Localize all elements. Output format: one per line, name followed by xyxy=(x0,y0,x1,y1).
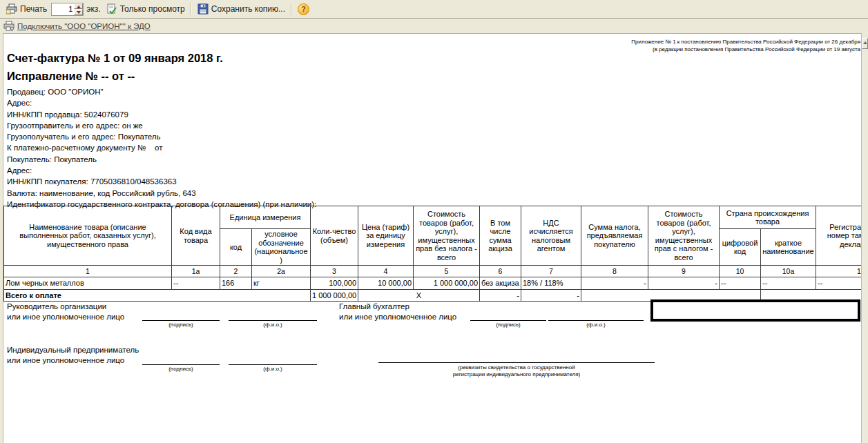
save-icon xyxy=(197,3,209,14)
detail-consignor: Грузоотправитель и его адрес: он же xyxy=(7,120,316,131)
edo-icon xyxy=(3,21,15,31)
col-number: 5 xyxy=(414,266,480,277)
save-copy-label: Сохранить копию... xyxy=(211,4,285,14)
col-number: 3 xyxy=(311,266,358,277)
totals-x-mark: X xyxy=(358,290,480,302)
totals-label: Всего к оплате xyxy=(4,290,311,302)
col-header-country-name: краткое наименование xyxy=(761,229,816,266)
toolbar-separator xyxy=(291,3,292,15)
arrow-down-icon xyxy=(77,11,81,14)
col-header-unit-symbol: условное обозначение (национальное) xyxy=(252,229,311,266)
cell-cost-with-tax: - xyxy=(648,277,720,290)
copies-input[interactable] xyxy=(52,3,74,15)
accountant-signature-caption: (подпись) xyxy=(470,322,546,328)
totals-amount-with-tax: - xyxy=(521,290,581,302)
registration-caption-line1: (реквизиты свидетельства о государственн… xyxy=(378,364,655,371)
col-number: 4 xyxy=(358,266,414,277)
head-signature-caption: (подпись) xyxy=(142,322,220,328)
detail-consignee: Грузополучатель и его адрес: Покупатель xyxy=(7,131,316,142)
arrow-up-icon xyxy=(77,6,81,8)
col-header-cost-without-tax: Стоимость товаров (работ, услуг), имущес… xyxy=(414,206,480,266)
totals-tax: - xyxy=(480,290,521,302)
col-number: 10а xyxy=(761,266,816,277)
entrepreneur-signature-label: Индивидуальный предприниматель или иное … xyxy=(7,345,139,366)
vertical-scrollbar[interactable] xyxy=(861,33,868,443)
scroll-up-button[interactable] xyxy=(862,38,868,49)
col-number: 6 xyxy=(480,266,521,277)
entrepreneur-name-caption: (ф.и.о.) xyxy=(229,366,317,373)
col-header-country-code: цифровой код xyxy=(720,229,761,266)
col-number: 8 xyxy=(581,266,648,277)
entrepreneur-signature-line xyxy=(142,364,220,365)
entrepreneur-name-line xyxy=(229,364,317,365)
detail-currency: Валюта: наименование, код Российский руб… xyxy=(7,188,316,199)
col-header-tax-amount: Сумма налога, предъявляемая покупателю xyxy=(581,206,648,266)
copies-spinbox xyxy=(51,3,84,16)
col-number: 9 xyxy=(648,266,720,277)
print-button[interactable]: Печать xyxy=(3,2,50,16)
accountant-signature-line xyxy=(470,320,546,321)
col-number: 11 xyxy=(816,266,862,277)
col-header-excise: В том числе сумма акциза xyxy=(480,206,521,266)
cell-vat-agent: 18% / 118% xyxy=(521,277,581,290)
col-header-product-type-code: Код вида товара xyxy=(172,206,220,266)
copies-suffix-label: экз. xyxy=(84,4,103,14)
col-header-customs-declaration: Регистрационный номер таможенной деклара… xyxy=(816,206,862,266)
copies-decrease-button[interactable] xyxy=(74,9,83,15)
invoice-title: Счет-фактура № 1 от 09 января 2018 г. xyxy=(7,52,223,65)
col-header-name: Наименование товара (описание выполненны… xyxy=(4,206,172,266)
table-row: Лом черных металлов -- 166 кг 100,000 10… xyxy=(4,277,862,290)
detail-buyer-address: Адрес: xyxy=(7,165,316,176)
registration-line xyxy=(378,362,655,363)
entrepreneur-signature-caption: (подпись) xyxy=(142,366,220,373)
selected-cell-outline xyxy=(650,299,860,322)
edo-connect-link[interactable]: Подключить "ООО "ОРИОН"" к ЭДО xyxy=(17,22,151,30)
invoice-details: Продавец: ООО "ОРИОН" Адрес: ИНН/КПП про… xyxy=(7,86,316,210)
save-copy-button[interactable]: Сохранить копию... xyxy=(195,2,288,16)
col-header-vat-agent: НДС исчисляется налоговым агентом xyxy=(521,206,581,266)
col-header-price: Цена (тариф) за единицу измерения xyxy=(358,206,414,266)
accountant-name-caption: (ф.и.о.) xyxy=(548,322,644,328)
cell-customs-declaration: -- xyxy=(816,277,862,290)
invoice-print-preview: Приложение № 1 к постановлению Правитель… xyxy=(3,33,862,443)
col-header-country-group: Страна происхождения товара xyxy=(720,206,816,229)
col-number: 10 xyxy=(720,266,761,277)
detail-seller-inn: ИНН/КПП продавца: 5024076079 xyxy=(7,109,316,120)
col-number: 1а xyxy=(172,266,220,277)
cell-product-name: Лом черных металлов xyxy=(4,277,172,290)
accountant-name-line xyxy=(548,320,644,321)
toolbar-separator xyxy=(191,3,192,15)
col-header-unit-group: Единица измерения xyxy=(220,206,311,229)
print-button-label: Печать xyxy=(20,4,47,14)
cell-country-code: -- xyxy=(720,277,761,290)
view-only-button[interactable]: Только просмотр xyxy=(104,2,188,16)
col-header-cost-with-tax: Стоимость товаров (работ, услуг), имущес… xyxy=(648,206,720,266)
col-number: 2 xyxy=(220,266,252,277)
cell-country-name: -- xyxy=(761,277,816,290)
detail-payment-doc: К платежно-расчетному документу № от xyxy=(7,142,316,153)
detail-seller-address: Адрес: xyxy=(7,97,316,108)
col-number: 1 xyxy=(4,266,172,277)
view-only-label: Только просмотр xyxy=(120,4,185,14)
help-button[interactable]: ? xyxy=(298,3,309,15)
totals-amount-without-tax: 1 000 000,00 xyxy=(311,290,358,302)
copies-increase-button[interactable] xyxy=(74,3,83,10)
regulation-note: Приложение № 1 к постановлению Правитель… xyxy=(631,39,860,53)
invoice-table: Наименование товара (описание выполненны… xyxy=(3,206,862,302)
edo-linkbar: Подключить "ООО "ОРИОН"" к ЭДО xyxy=(0,19,868,33)
cell-unit-code: 166 xyxy=(220,277,252,290)
regulation-note-line1: Приложение № 1 к постановлению Правитель… xyxy=(631,39,860,46)
cell-tax-amount: - xyxy=(581,277,648,290)
registration-caption-line2: регистрации индивидуального предпринимат… xyxy=(378,371,655,378)
cell-product-type-code: -- xyxy=(172,277,220,290)
regulation-note-line2: (в редакции постановления Правительства … xyxy=(631,46,860,54)
invoice-correction: Исправление № -- от -- xyxy=(7,70,135,83)
head-signature-line xyxy=(142,320,220,321)
col-number: 7 xyxy=(521,266,581,277)
cell-unit-symbol: кг xyxy=(252,277,311,290)
col-header-quantity: Коли-чество (объем) xyxy=(311,206,358,266)
accountant-signature-label: Главный бухгалтер или иное уполномоченно… xyxy=(339,302,456,322)
toolbar: Печать экз. Только просмотр xyxy=(0,0,868,19)
detail-buyer-inn: ИНН/КПП покупателя: 7705036810/048536363 xyxy=(7,176,316,187)
detail-buyer: Покупатель: Покупатель xyxy=(7,154,316,165)
